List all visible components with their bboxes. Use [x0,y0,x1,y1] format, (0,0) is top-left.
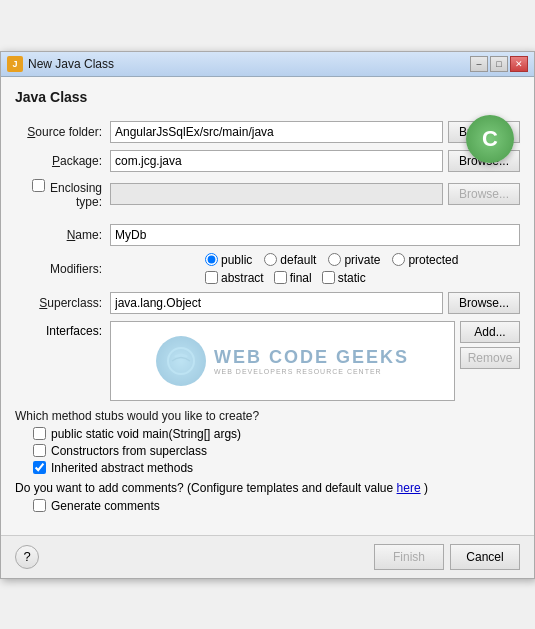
interfaces-section: Interfaces: WEB CODE GEEKS [15,321,520,401]
wcg-logo-icon: C [466,115,514,163]
stub-main-label: public static void main(String[] args) [51,427,241,441]
superclass-browse-button[interactable]: Browse... [448,292,520,314]
name-input[interactable] [110,224,520,246]
modifiers-radio-row: public default private protected [205,253,458,267]
stubs-question: Which method stubs would you like to cre… [15,409,520,423]
name-label: Name: [15,228,110,242]
superclass-label: Superclass: [15,296,110,310]
cancel-button[interactable]: Cancel [450,544,520,570]
modifiers-checkbox-row: abstract final static [205,271,458,285]
radio-default: default [264,253,316,267]
wcg-svg [166,346,196,376]
logo-area: C [466,115,514,163]
footer-buttons: Finish Cancel [374,544,520,570]
title-controls: – □ ✕ [470,56,528,72]
close-button[interactable]: ✕ [510,56,528,72]
radio-private: private [328,253,380,267]
comments-question: Do you want to add comments? (Configure … [15,481,520,495]
interfaces-remove-button: Remove [460,347,520,369]
maximize-button[interactable]: □ [490,56,508,72]
check-static-label: static [338,271,366,285]
dialog-content: Java Class C Source folder: Browse... Pa… [1,77,534,535]
radio-protected-label: protected [408,253,458,267]
stub-main-method: public static void main(String[] args) [33,427,520,441]
superclass-input[interactable] [110,292,443,314]
dialog-footer: ? Finish Cancel [1,535,534,578]
enclosing-type-input [110,183,443,205]
modifiers-options: public default private protected [110,253,458,285]
svg-point-0 [168,348,194,374]
comments-section: Do you want to add comments? (Configure … [15,481,520,513]
help-button[interactable]: ? [15,545,39,569]
stub-inherited-label: Inherited abstract methods [51,461,193,475]
check-final: final [274,271,312,285]
main-window: J New Java Class – □ ✕ Java Class C Sour… [0,51,535,579]
radio-private-label: private [344,253,380,267]
wcg-text-area: WEB CODE GEEKS WEB DEVELOPERS RESOURCE C… [214,347,409,375]
interfaces-buttons: Add... Remove [460,321,520,369]
enclosing-type-browse-button: Browse... [448,183,520,205]
package-row: Package: Browse... [15,150,520,172]
enclosing-type-checkbox[interactable] [32,179,45,192]
finish-button: Finish [374,544,444,570]
superclass-row: Superclass: Browse... [15,292,520,314]
generate-comments-label: Generate comments [51,499,160,513]
radio-default-label: default [280,253,316,267]
radio-public: public [205,253,252,267]
stub-inherited-checkbox[interactable] [33,461,46,474]
generate-comments-row: Generate comments [33,499,520,513]
enclosing-type-label-area: Enclosing type: [15,179,110,209]
package-input[interactable] [110,150,443,172]
minimize-button[interactable]: – [470,56,488,72]
wcg-watermark: WEB CODE GEEKS WEB DEVELOPERS RESOURCE C… [156,336,409,386]
source-folder-label: Source folder: [15,125,110,139]
radio-protected: protected [392,253,458,267]
interfaces-watermark: WEB CODE GEEKS WEB DEVELOPERS RESOURCE C… [111,322,454,400]
interfaces-label: Interfaces: [15,321,110,338]
interfaces-listbox[interactable]: WEB CODE GEEKS WEB DEVELOPERS RESOURCE C… [110,321,455,401]
radio-public-input[interactable] [205,253,218,266]
stub-constructors-checkbox[interactable] [33,444,46,457]
enclosing-type-label: Enclosing type: [50,181,102,209]
enclosing-type-row: Enclosing type: Browse... [15,179,520,209]
radio-public-label: public [221,253,252,267]
package-label: Package: [15,154,110,168]
check-final-input[interactable] [274,271,287,284]
wcg-circle-icon [156,336,206,386]
window-icon: J [7,56,23,72]
stubs-section: Which method stubs would you like to cre… [15,409,520,475]
wcg-main-text: WEB CODE GEEKS [214,347,409,368]
title-bar: J New Java Class – □ ✕ [1,52,534,77]
check-abstract-input[interactable] [205,271,218,284]
stub-inherited: Inherited abstract methods [33,461,520,475]
section-title: Java Class [15,89,520,109]
check-abstract: abstract [205,271,264,285]
window-title: New Java Class [28,57,114,71]
check-abstract-label: abstract [221,271,264,285]
stub-constructors: Constructors from superclass [33,444,520,458]
comments-link[interactable]: here [397,481,421,495]
interfaces-add-button[interactable]: Add... [460,321,520,343]
check-static: static [322,271,366,285]
title-bar-left: J New Java Class [7,56,114,72]
stub-main-checkbox[interactable] [33,427,46,440]
source-folder-input[interactable] [110,121,443,143]
modifiers-row: Modifiers: public default private [15,253,520,285]
check-static-input[interactable] [322,271,335,284]
source-folder-row: Source folder: Browse... [15,121,520,143]
stub-constructors-label: Constructors from superclass [51,444,207,458]
wcg-sub-text: WEB DEVELOPERS RESOURCE CENTER [214,368,409,375]
modifiers-label: Modifiers: [15,262,110,276]
radio-private-input[interactable] [328,253,341,266]
name-row: Name: [15,224,520,246]
generate-comments-checkbox[interactable] [33,499,46,512]
radio-default-input[interactable] [264,253,277,266]
check-final-label: final [290,271,312,285]
radio-protected-input[interactable] [392,253,405,266]
